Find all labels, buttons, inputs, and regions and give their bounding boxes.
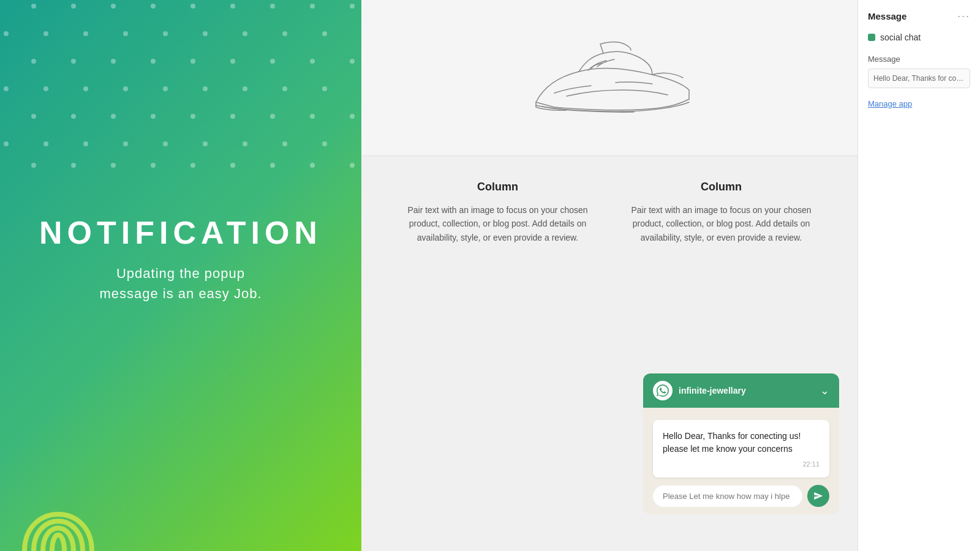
chat-input-row [653,485,829,507]
svg-point-34 [282,86,287,91]
chevron-down-icon[interactable]: ⌄ [820,384,829,397]
svg-point-45 [4,141,9,146]
svg-point-15 [243,31,247,36]
column-block-2: Column Pair text with an image to focus … [622,181,821,244]
arch-decoration [12,441,104,551]
column-2-title: Column [622,181,821,193]
chat-message: Hello Dear, Thanks for conecting us! ple… [663,430,820,455]
sidebar-header: Message ··· [868,10,970,23]
svg-point-11 [83,31,88,36]
right-sidebar: Message ··· social chat Message Hello De… [858,0,980,551]
notification-title: NOTIFICATION [37,214,325,251]
svg-point-8 [350,4,355,9]
svg-point-21 [151,59,156,64]
chat-input[interactable] [653,485,802,507]
svg-point-32 [203,86,208,91]
svg-point-31 [163,86,168,91]
notification-text-block: NOTIFICATION Updating the popupmessage i… [0,214,361,304]
social-chat-row: social chat [868,32,970,42]
svg-point-58 [190,163,195,168]
svg-point-27 [4,86,9,91]
svg-point-30 [123,86,128,91]
svg-point-59 [230,163,235,168]
svg-point-9 [4,31,9,36]
column-1-title: Column [398,181,597,193]
column-2-text: Pair text with an image to focus on your… [622,203,821,244]
svg-point-7 [310,4,315,9]
social-chat-label: social chat [880,32,921,42]
message-field-label: Message [868,54,970,64]
whatsapp-header[interactable]: infinite-jewellary ⌄ [643,373,839,408]
svg-point-17 [322,31,327,36]
svg-point-57 [151,163,156,168]
svg-point-47 [83,141,88,146]
svg-point-20 [111,59,116,64]
product-image-area [361,0,858,156]
left-panel: NOTIFICATION Updating the popupmessage i… [0,0,361,551]
whatsapp-widget: infinite-jewellary ⌄ Hello Dear, Thanks … [643,373,839,514]
chat-bubble: Hello Dear, Thanks for conecting us! ple… [653,420,829,478]
svg-point-46 [43,141,48,146]
column-1-text: Pair text with an image to focus on your… [398,203,597,244]
svg-point-35 [322,86,327,91]
svg-point-39 [151,114,156,119]
green-dot-icon [868,34,875,41]
svg-point-0 [31,4,36,9]
product-sketch [518,29,701,127]
notification-subtitle: Updating the popupmessage is an easy Job… [37,263,325,304]
svg-point-16 [282,31,287,36]
svg-point-14 [203,31,208,36]
svg-point-42 [270,114,275,119]
whatsapp-icon [653,381,673,400]
svg-point-23 [230,59,235,64]
whatsapp-chat-body: Hello Dear, Thanks for conecting us! ple… [643,408,839,514]
column-block-1: Column Pair text with an image to focus … [398,181,597,244]
svg-point-53 [322,141,327,146]
svg-point-4 [190,4,195,9]
svg-point-28 [43,86,48,91]
svg-point-48 [123,141,128,146]
svg-point-62 [350,163,355,168]
svg-point-12 [123,31,128,36]
svg-point-2 [111,4,116,9]
svg-point-19 [71,59,76,64]
svg-point-18 [31,59,36,64]
svg-point-3 [151,4,156,9]
svg-point-55 [71,163,76,168]
manage-app-link[interactable]: Manage app [868,99,912,108]
svg-point-36 [31,114,36,119]
svg-point-40 [190,114,195,119]
svg-point-41 [230,114,235,119]
svg-point-56 [111,163,116,168]
svg-point-26 [350,59,355,64]
chat-time: 22:11 [663,460,820,468]
svg-point-60 [270,163,275,168]
svg-point-37 [71,114,76,119]
svg-point-52 [282,141,287,146]
svg-point-13 [163,31,168,36]
svg-point-10 [43,31,48,36]
main-content: Column Pair text with an image to focus … [361,0,858,551]
svg-point-38 [111,114,116,119]
svg-point-44 [350,114,355,119]
svg-point-29 [83,86,88,91]
svg-point-49 [163,141,168,146]
svg-point-25 [310,59,315,64]
columns-section: Column Pair text with an image to focus … [361,156,858,269]
whatsapp-header-left: infinite-jewellary [653,381,746,400]
svg-point-33 [243,86,247,91]
svg-point-24 [270,59,275,64]
svg-point-50 [203,141,208,146]
store-name: infinite-jewellary [679,386,746,395]
svg-point-54 [31,163,36,168]
dot-grid [0,0,361,171]
svg-point-1 [71,4,76,9]
svg-point-61 [310,163,315,168]
svg-point-43 [310,114,315,119]
svg-point-6 [270,4,275,9]
send-button[interactable] [807,485,829,507]
sidebar-more-menu[interactable]: ··· [957,10,970,23]
svg-point-51 [243,141,247,146]
svg-point-5 [230,4,235,9]
message-preview: Hello Dear, Thanks for conecting us! ple [868,69,970,88]
